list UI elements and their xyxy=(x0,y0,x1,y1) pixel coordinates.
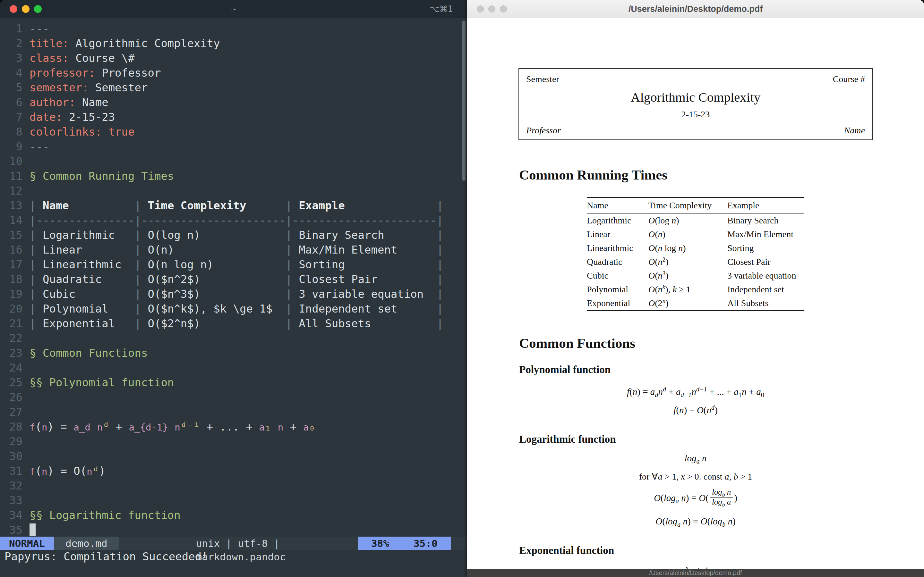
editor-line[interactable]: 1--- xyxy=(0,21,467,36)
editor-line[interactable]: 20| Polynomial | O($n^k$), $k \ge 1$ | I… xyxy=(0,301,467,316)
editor-line[interactable]: 2title: Algorithmic Complexity xyxy=(0,36,467,51)
table-cell: Independent set xyxy=(727,284,804,295)
document-date: 2-15-23 xyxy=(526,109,865,119)
table-header-cell: Name xyxy=(587,200,648,211)
professor-label: Professor xyxy=(526,125,561,135)
line-number: 11 xyxy=(0,169,23,183)
editor-line[interactable]: 24 xyxy=(0,360,467,375)
editor-line[interactable]: 31f(n) = O(nᵈ) xyxy=(0,464,467,478)
line-number: 20 xyxy=(0,301,23,316)
scrollbar-thumb[interactable] xyxy=(462,21,465,181)
line-number: 29 xyxy=(0,434,23,449)
editor-line[interactable]: 12 xyxy=(0,183,467,198)
line-number: 13 xyxy=(0,198,23,213)
vim-cursor xyxy=(29,524,36,536)
editor-line[interactable]: 33 xyxy=(0,493,467,508)
semester-label: Semester xyxy=(526,74,559,84)
polynomial-equation-1: f(n) = adnd + ad−1nd−1 + ... + a1n + a0 xyxy=(467,387,924,397)
section-heading-running-times: Common Running Times xyxy=(519,167,924,183)
editor-line[interactable]: 27 xyxy=(0,405,467,419)
editor-line[interactable]: 4professor: Professor xyxy=(0,65,467,80)
editor-line[interactable]: 9--- xyxy=(0,139,467,154)
editor-line[interactable]: 14|---------------|---------------------… xyxy=(0,213,467,227)
line-number: 7 xyxy=(0,110,23,124)
log-condition: for ∀a > 1, x > 0. const a, b > 1 xyxy=(467,471,924,482)
editor-line[interactable]: 8colorlinks: true xyxy=(0,124,467,139)
line-number: 28 xyxy=(0,419,23,434)
line-number: 31 xyxy=(0,464,23,478)
line-number: 27 xyxy=(0,405,23,419)
editor-lines: 1---2title: Algorithmic Complexity3class… xyxy=(0,21,467,537)
close-button[interactable] xyxy=(477,5,484,13)
document-title: Algorithmic Complexity xyxy=(526,89,865,105)
section-heading-common-functions: Common Functions xyxy=(519,335,924,351)
pdf-titlebar[interactable]: /Users/aleinin/Desktop/demo.pdf xyxy=(467,0,924,18)
line-number: 32 xyxy=(0,478,23,493)
editor-line[interactable]: 15| Logarithmic | O(log n) | Binary Sear… xyxy=(0,227,467,242)
zoom-button[interactable] xyxy=(500,5,507,13)
line-number: 10 xyxy=(0,154,23,169)
table-row: PolynomialO(nk), k ≥ 1Independent set xyxy=(587,282,804,296)
zoom-button[interactable] xyxy=(34,5,42,13)
editor-line[interactable]: 11§ Common Running Times xyxy=(0,169,467,183)
editor-line[interactable]: 25§§ Polynomial function xyxy=(0,375,467,390)
table-row: LogarithmicO(log n)Binary Search xyxy=(587,213,804,227)
editor-line[interactable]: 30 xyxy=(0,449,467,464)
editor-line[interactable]: 28f(n) = a_d nᵈ + a_{d-1} nᵈ⁻¹ + ... + a… xyxy=(0,419,467,434)
minimize-button[interactable] xyxy=(488,5,495,13)
pdf-path-overlay: /Users/aleinin/Desktop/demo.pdf xyxy=(467,569,924,577)
table-header-cell: Time Complexity xyxy=(648,200,727,211)
line-number: 6 xyxy=(0,95,23,110)
table-row: CubicO(n3)3 variable equation xyxy=(587,269,804,282)
close-button[interactable] xyxy=(10,5,17,13)
editor-line[interactable]: 3class: Course \# xyxy=(0,51,467,65)
pdf-page[interactable]: Semester Course # Algorithmic Complexity… xyxy=(467,18,924,577)
file-info: unix | utf-8 | markdown.pandoc xyxy=(196,537,358,550)
vim-window: ~ ⌥⌘1 1---2title: Algorithmic Complexity… xyxy=(0,0,467,577)
table-cell: Cubic xyxy=(587,271,648,281)
subheading-exponential: Exponential function xyxy=(519,545,924,556)
editor-line[interactable]: 5semester: Semester xyxy=(0,80,467,95)
line-number: 30 xyxy=(0,449,23,464)
editor-area[interactable]: 1---2title: Algorithmic Complexity3class… xyxy=(0,18,467,537)
line-number: 23 xyxy=(0,346,23,360)
editor-line[interactable]: 6author: Name xyxy=(0,95,467,110)
line-number: 3 xyxy=(0,51,23,65)
table-cell: Polynomial xyxy=(587,284,648,295)
editor-line[interactable]: 26 xyxy=(0,390,467,405)
line-number: 2 xyxy=(0,36,23,51)
editor-line[interactable]: 7date: 2-15-23 xyxy=(0,110,467,124)
table-header-cell: Example xyxy=(727,200,804,211)
editor-line[interactable]: 35 xyxy=(0,522,467,537)
pdf-header-box: Semester Course # Algorithmic Complexity… xyxy=(519,68,873,140)
editor-line[interactable]: 18| Quadratic | O($n^2$) | Closest Pair … xyxy=(0,272,467,287)
editor-line[interactable]: 16| Linear | O(n) | Max/Min Element | xyxy=(0,242,467,257)
editor-bottom-fill xyxy=(0,565,467,577)
table-row: LinearO(n)Max/Min Element xyxy=(587,227,804,241)
editor-line[interactable]: 13| Name | Time Complexity | Example | xyxy=(0,198,467,213)
line-number: 14 xyxy=(0,213,23,227)
editor-line[interactable]: 29 xyxy=(0,434,467,449)
line-number: 35 xyxy=(0,522,23,537)
line-number: 24 xyxy=(0,360,23,375)
editor-line[interactable]: 21| Exponential | O($2^n$) | All Subsets… xyxy=(0,316,467,331)
editor-line[interactable]: 19| Cubic | O($n^3$) | 3 variable equati… xyxy=(0,287,467,301)
line-number: 21 xyxy=(0,316,23,331)
table-cell: Binary Search xyxy=(727,215,804,226)
course-label: Course # xyxy=(833,74,865,84)
table-cell: Closest Pair xyxy=(727,257,804,267)
editor-line[interactable]: 23§ Common Functions xyxy=(0,346,467,360)
vim-titlebar[interactable]: ~ ⌥⌘1 xyxy=(0,0,467,18)
table-cell: O(nk), k ≥ 1 xyxy=(648,284,727,295)
editor-line[interactable]: 34§§ Logarithmic function xyxy=(0,508,467,522)
pdf-window-title: /Users/aleinin/Desktop/demo.pdf xyxy=(467,4,924,14)
editor-line[interactable]: 17| Linearithmic | O(n log n) | Sorting … xyxy=(0,257,467,272)
minimize-button[interactable] xyxy=(22,5,29,13)
editor-line[interactable]: 22 xyxy=(0,331,467,346)
editor-line[interactable]: 32 xyxy=(0,478,467,493)
traffic-lights-inactive xyxy=(467,5,507,13)
table-cell: O(n3) xyxy=(648,271,727,281)
editor-line[interactable]: 10 xyxy=(0,154,467,169)
line-number: 4 xyxy=(0,65,23,80)
table-cell: O(n2) xyxy=(648,257,727,267)
